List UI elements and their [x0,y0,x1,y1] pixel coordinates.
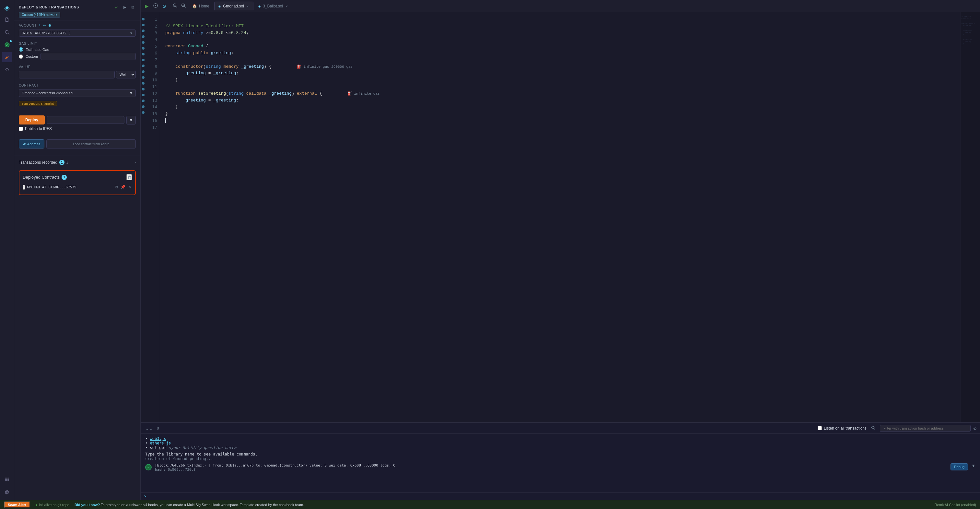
pin-contract-button[interactable]: 📌 [120,184,126,190]
terminal-input[interactable] [148,494,977,499]
settings-icon[interactable] [2,487,12,497]
ballot-tab-close[interactable]: × [285,4,288,8]
filter-input[interactable] [880,425,970,432]
line-dot-8[interactable] [142,59,145,61]
transactions-row[interactable]: Transactions recorded 1 ℹ › [14,157,140,168]
plugin-icon[interactable] [2,475,12,485]
gas-options: Estimated Gas Custom 3000000 [19,47,136,60]
tabs-bar: ▶ ⊙ 🏠 Home ◈ [141,0,980,12]
home-tab[interactable]: 🏠 Home [188,2,213,10]
line-numbers: 12345 678910 1112131415 1617 [146,12,160,422]
info-icon[interactable]: ℹ [67,161,68,165]
transactions-count: 1 [59,160,65,165]
did-you-know-text: To prototype on a uniswap v4 hooks, you … [101,503,304,507]
zoom-in-button[interactable] [180,2,187,10]
line-dot-2[interactable] [142,24,145,26]
line-dot-4[interactable] [142,35,145,38]
line-dot-14[interactable] [142,94,145,96]
deploy-expand-icon[interactable]: ▼ [126,116,136,124]
gmonad-tab-close[interactable]: × [246,4,249,8]
deploy-icon[interactable] [2,52,12,62]
ballot-tab[interactable]: ◈ 3_Ballot.sol × [254,2,292,10]
svg-rect-7 [5,479,7,481]
svg-rect-8 [8,479,9,481]
zoom-out-button[interactable] [171,2,179,10]
contract-expand-icon[interactable]: › [23,185,25,190]
deployed-header: Deployed Contracts 1 🗑 [23,174,132,180]
tx-expand-button[interactable]: ▼ [971,463,975,468]
edit-account-icon[interactable]: ✏ [43,23,46,27]
code-editor[interactable]: // SPDX-License-Identifier: MIT pragma s… [160,12,961,422]
bug-icon[interactable] [2,64,12,75]
verify-icon[interactable] [2,40,12,50]
account-label: ACCOUNT + ✏ ⊕ [19,23,136,27]
deployed-contracts-section: Deployed Contracts 1 🗑 › GMONAD AT 0X606… [19,170,136,195]
code-minimap: // SPDX..MIT pragma sol.. contract Gmona… [961,12,980,422]
unit-select[interactable]: Wei Gwei Ether [116,71,136,78]
copilot-status: RemixAI Copilot (enabled) [935,503,976,507]
copy-account-icon[interactable]: ⊕ [48,23,51,27]
deploy-panel: DEPLOY & RUN TRANSACTIONS ✓ ▶ ⊡ Custom (… [14,0,141,500]
line-dot-13[interactable] [142,88,145,91]
search-icon[interactable] [2,27,12,38]
scam-alert-button[interactable]: Scam Alert [4,501,30,508]
contract-selector[interactable]: Gmonad - contracts/Gmonad.sol ▼ [19,89,136,97]
toggle-button[interactable]: ⊙ [161,2,168,10]
network-badge[interactable]: Custom (41454) network [19,12,60,18]
publish-ipfs-checkbox[interactable] [19,127,23,131]
estimated-gas-radio[interactable] [19,47,23,51]
custom-gas-input[interactable]: 3000000 [40,53,136,60]
publish-ipfs-label: Publish to IPFS [25,126,52,131]
files-icon[interactable] [2,15,12,25]
value-row: 0 Wei Gwei Ether [19,71,136,78]
contract-actions: ⧉ 📌 ✕ [115,184,132,190]
line-dot-16[interactable] [142,105,145,108]
forward-icon[interactable]: ▶ [122,4,128,11]
copy-contract-button[interactable]: ⧉ [115,184,119,190]
line-dot-9[interactable] [142,64,145,67]
line-dot-5[interactable] [142,41,145,44]
clear-deployed-button[interactable]: 🗑 [126,174,132,180]
deploy-button[interactable]: Deploy [19,115,45,124]
collapse-terminal-button[interactable]: ⌄⌄ [144,425,154,431]
run-button[interactable]: ▶ [143,2,150,10]
load-contract-button[interactable]: Load contract from Addre [46,139,136,148]
line-dot-7[interactable] [142,53,145,56]
line-dot-15[interactable] [142,99,145,102]
line-dot-11[interactable] [142,76,145,79]
listen-checkbox[interactable] [818,426,822,430]
line-dot-12[interactable] [142,82,145,85]
ethers-link[interactable]: ethers.js [150,441,171,445]
expand-icon[interactable]: ⊡ [130,4,136,11]
terminal-ethers: • ethers.js [145,441,975,445]
ballot-tab-icon: ◈ [258,4,261,8]
close-filter-button[interactable]: ⊘ [973,426,977,431]
line-dot-6[interactable] [142,47,145,49]
add-account-icon[interactable]: + [38,23,41,27]
line-dot-10[interactable] [142,70,145,73]
web3-link[interactable]: web3.js [150,436,166,441]
line-dot-17[interactable] [142,111,145,114]
remove-contract-button[interactable]: ✕ [127,184,132,190]
git-init-button[interactable]: ● Initialize as git repo [35,503,69,507]
git-label: Initialize as git repo [39,503,69,507]
svg-line-14 [176,6,177,8]
line-dot-3[interactable] [142,29,145,32]
check-icon[interactable]: ✓ [113,4,120,11]
line-dot-1[interactable] [142,18,145,21]
account-selector[interactable]: 0xB1a...AF67b (7037.30472...) ▼ [19,29,136,37]
at-address-button[interactable]: At Address [19,139,45,148]
terminal-input-row: > [141,493,980,500]
terminal-search-icon[interactable] [869,425,877,431]
gas-section: GAS LIMIT Estimated Gas Custom 3000000 [14,39,140,62]
debug-run-button[interactable] [152,2,159,10]
tx-success-icon: ✓ [145,464,152,471]
gmonad-tab[interactable]: ◈ Gmonad.sol × [214,2,253,10]
custom-gas-radio[interactable] [19,54,23,59]
listen-label: Listen on all transactions [824,426,867,431]
gas-label: GAS LIMIT [19,42,136,45]
value-input[interactable]: 0 [19,71,115,78]
constructor-input[interactable]: gmonad [47,116,124,124]
home-tab-label: Home [199,4,209,8]
debug-button[interactable]: Debug [950,463,968,471]
